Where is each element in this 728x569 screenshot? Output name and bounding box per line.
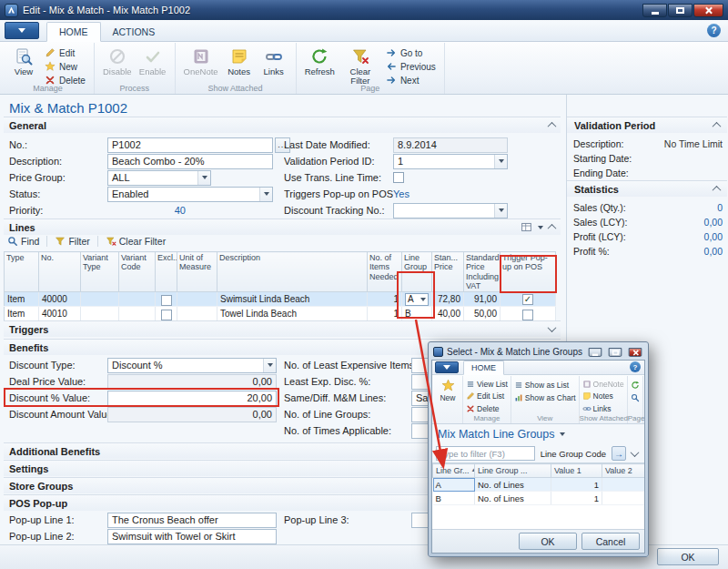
grid-settings-icon[interactable] xyxy=(521,221,532,233)
find-button[interactable]: Find xyxy=(7,236,39,247)
column-header-items-needed[interactable]: No. of Items Needed xyxy=(368,252,402,292)
line-group-cell[interactable]: B xyxy=(402,307,432,321)
new-button[interactable]: New xyxy=(42,60,88,73)
dialog-application-menu-button[interactable] xyxy=(435,361,459,373)
dropdown-icon[interactable] xyxy=(259,188,272,201)
maximize-button[interactable] xyxy=(668,4,693,17)
cell-no[interactable]: 40000 xyxy=(39,292,81,307)
dialog-links-button[interactable]: Links xyxy=(582,403,624,414)
cell-description[interactable]: Swimsuit Linda Beach xyxy=(217,292,368,307)
dialog-refresh-button[interactable] xyxy=(631,379,640,391)
column-header-excl[interactable]: Excl... xyxy=(156,252,177,292)
trigger-popup-checkbox[interactable] xyxy=(522,310,533,320)
triggers-popup-value[interactable]: Yes xyxy=(393,187,410,202)
dialog-onenote-button[interactable]: OneNote xyxy=(582,379,624,390)
refresh-button[interactable]: Refresh xyxy=(302,45,338,76)
description-input[interactable]: Beach Combo - 20% xyxy=(107,154,273,169)
minimize-button[interactable] xyxy=(642,4,667,17)
status-select[interactable]: Enabled xyxy=(107,187,273,202)
cell-items-needed[interactable]: 1 xyxy=(368,292,402,307)
filter-input[interactable]: Type to filter (F3) xyxy=(436,446,535,461)
goto-button[interactable]: Go to xyxy=(383,46,439,59)
priority-value[interactable]: 40 xyxy=(107,203,186,218)
section-header-general[interactable]: General xyxy=(4,117,561,133)
dialog-delete-button[interactable]: Delete xyxy=(466,403,508,414)
section-header-lines[interactable]: Lines xyxy=(4,218,561,235)
dropdown-icon[interactable] xyxy=(420,298,426,301)
use-trans-line-time-checkbox[interactable] xyxy=(393,172,404,183)
dialog-ok-button[interactable]: OK xyxy=(519,533,577,550)
clear-filter-button[interactable]: Clear Filter xyxy=(106,236,166,247)
ok-button[interactable]: OK xyxy=(657,548,719,565)
filter-column-select[interactable]: Line Group Code xyxy=(538,449,609,459)
title-menu-icon[interactable] xyxy=(560,432,565,436)
column-header-type[interactable]: Type xyxy=(5,252,39,292)
cell-line-group-code[interactable]: A xyxy=(433,478,475,492)
notes-button[interactable]: Notes xyxy=(223,45,256,76)
column-header-trigger-popup[interactable]: Trigger Pop-up on POS xyxy=(500,252,556,292)
line-group-cell[interactable]: A xyxy=(405,293,429,306)
collapse-icon[interactable] xyxy=(713,122,722,131)
discount-tracking-select[interactable] xyxy=(393,203,508,218)
collapse-icon[interactable] xyxy=(713,186,722,195)
onenote-button[interactable]: OneNote xyxy=(181,45,221,76)
grid-menu-icon[interactable] xyxy=(538,226,543,229)
column-header-unit-of-measure[interactable]: Unit of Measure xyxy=(177,252,217,292)
validation-period-id-select[interactable]: 1 xyxy=(393,154,508,169)
section-header-triggers[interactable]: Triggers xyxy=(4,320,561,337)
previous-button[interactable]: Previous xyxy=(383,60,439,73)
column-header-description[interactable]: Description xyxy=(217,252,368,292)
edit-button[interactable]: Edit xyxy=(42,46,88,59)
show-as-list-button[interactable]: Show as List xyxy=(514,379,576,391)
collapse-icon[interactable] xyxy=(548,122,557,131)
column-header-value2[interactable]: Value 2 xyxy=(602,464,645,478)
expand-filter-icon[interactable] xyxy=(631,448,640,457)
cell-type[interactable]: Item xyxy=(5,292,39,307)
tab-actions[interactable]: ACTIONS xyxy=(101,23,167,41)
factbox-header-validation-period[interactable]: Validation Period xyxy=(567,117,727,133)
view-list-button[interactable]: View List xyxy=(466,379,508,390)
view-button[interactable]: View xyxy=(7,45,40,76)
discount-type-select[interactable]: Discount % xyxy=(107,358,277,373)
expand-icon[interactable] xyxy=(548,323,557,332)
disable-button[interactable]: Disable xyxy=(100,45,135,76)
no-input[interactable]: P1002 xyxy=(107,137,273,153)
application-menu-button[interactable] xyxy=(5,22,39,39)
dialog-tab-home[interactable]: HOME xyxy=(463,361,504,375)
dropdown-icon[interactable] xyxy=(197,171,210,185)
table-row[interactable]: Item 40010 Towel Linda Beach 1 B 40,00 5… xyxy=(5,307,556,321)
enable-button[interactable]: Enable xyxy=(136,45,169,76)
dropdown-icon[interactable] xyxy=(494,204,507,218)
column-header-no[interactable]: No. xyxy=(39,252,81,292)
column-header-value1[interactable]: Value 1 xyxy=(551,464,602,478)
excl-checkbox[interactable] xyxy=(161,310,172,320)
help-icon[interactable]: ? xyxy=(707,24,721,37)
collapse-icon[interactable] xyxy=(548,224,557,233)
column-header-line-group-type[interactable]: Line Group ... xyxy=(475,464,551,478)
discount-pct-input[interactable]: 20,00 xyxy=(107,391,277,406)
column-header-variant-type[interactable]: Variant Type xyxy=(81,252,119,292)
popup-line-1-input[interactable]: The Cronus Beach offer xyxy=(107,513,277,528)
column-header-price-incl-vat[interactable]: Standard Price Including VAT xyxy=(464,252,500,292)
column-header-variant-code[interactable]: Variant Code xyxy=(119,252,156,292)
factbox-header-statistics[interactable]: Statistics xyxy=(567,180,727,197)
excl-checkbox[interactable] xyxy=(161,295,172,306)
popup-line-2-input[interactable]: Swimsuit with Towel or Skirt xyxy=(107,529,277,544)
price-group-select[interactable]: ALL xyxy=(107,170,211,186)
dropdown-icon[interactable] xyxy=(263,359,276,372)
dialog-help-icon[interactable]: ? xyxy=(630,361,641,372)
table-row[interactable]: B No. of Lines 1 xyxy=(433,492,645,505)
dialog-close-button[interactable] xyxy=(629,348,642,357)
links-button[interactable]: Links xyxy=(258,45,290,76)
table-row[interactable]: A No. of Lines 1 xyxy=(433,478,645,492)
trigger-popup-checkbox[interactable]: ✓ xyxy=(522,294,533,305)
dialog-new-button[interactable]: New xyxy=(436,377,460,414)
dialog-minimize-button[interactable] xyxy=(589,348,602,357)
column-header-line-group-code[interactable]: Line Gr...▲ xyxy=(433,464,475,478)
column-header-line-group[interactable]: Line Group xyxy=(402,252,432,292)
apply-filter-button[interactable]: → xyxy=(612,446,626,461)
clear-filter-button[interactable]: Clear Filter xyxy=(339,45,381,86)
column-header-standard-price[interactable]: Stan... Price xyxy=(432,252,464,292)
edit-list-button[interactable]: Edit List xyxy=(466,391,508,401)
tab-home[interactable]: HOME xyxy=(46,22,101,42)
